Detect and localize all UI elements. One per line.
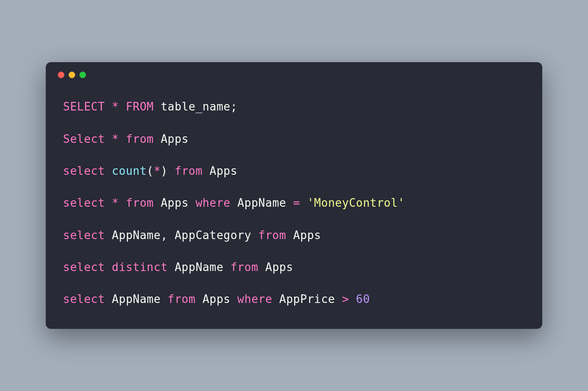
code-token-txt: AppPrice	[272, 293, 342, 306]
code-token-op: *	[154, 164, 161, 177]
code-line: Select * from Apps	[63, 131, 525, 147]
code-token-txt: Apps	[196, 293, 237, 306]
code-token-txt: Apps	[202, 164, 237, 177]
code-token-kw: from	[126, 132, 154, 145]
code-token-kw: from	[258, 229, 286, 242]
code-token-txt	[105, 196, 112, 209]
code-token-kw: from	[231, 261, 259, 274]
code-token-txt	[119, 132, 126, 145]
code-token-txt	[119, 196, 126, 209]
code-token-str: 'MoneyControl'	[307, 196, 405, 209]
code-token-op: *	[112, 132, 119, 145]
code-window: SELECT * FROM table_name;Select * from A…	[46, 62, 542, 329]
code-line: SELECT * FROM table_name;	[63, 99, 525, 114]
code-token-kw: where	[196, 196, 231, 209]
code-token-txt: AppName	[168, 261, 230, 274]
code-editor[interactable]: SELECT * FROM table_name;Select * from A…	[46, 78, 542, 329]
code-token-kw: SELECT	[63, 100, 105, 113]
code-token-txt: AppName	[231, 196, 293, 209]
code-token-txt: Apps	[286, 229, 321, 242]
code-token-fn: count	[112, 164, 147, 177]
code-token-kw: select	[63, 261, 105, 274]
code-token-txt	[105, 132, 112, 145]
code-token-txt: AppName	[105, 293, 168, 306]
code-token-op: *	[112, 196, 119, 209]
code-token-op: >	[342, 293, 349, 306]
code-token-kw: select	[63, 196, 105, 209]
code-token-kw: from	[126, 196, 154, 209]
close-button[interactable]	[58, 72, 64, 78]
code-token-op: =	[293, 196, 300, 209]
code-line: select AppName from Apps where AppPrice …	[63, 291, 525, 307]
code-token-kw: Select	[63, 132, 105, 145]
code-token-kw: select	[63, 229, 105, 242]
code-token-kw: from	[168, 293, 196, 306]
code-token-txt	[119, 100, 126, 113]
code-token-txt: )	[161, 164, 174, 177]
code-line: select * from Apps where AppName = 'Mone…	[63, 195, 525, 211]
code-token-kw: distinct	[112, 261, 168, 274]
code-token-kw: from	[174, 164, 202, 177]
code-token-kw: select	[63, 164, 105, 177]
code-token-txt	[105, 164, 112, 177]
code-token-kw: FROM	[126, 100, 154, 113]
code-token-txt: Apps	[154, 132, 189, 145]
code-token-txt	[105, 100, 112, 113]
code-line: select distinct AppName from Apps	[63, 259, 525, 275]
code-token-txt: AppName, AppCategory	[105, 229, 258, 242]
code-token-kw: where	[237, 293, 272, 306]
code-line: select AppName, AppCategory from Apps	[63, 227, 525, 243]
code-token-txt	[300, 196, 307, 209]
code-token-txt: table_name;	[154, 100, 237, 113]
code-token-op: *	[112, 100, 119, 113]
code-token-txt: (	[147, 164, 154, 177]
maximize-button[interactable]	[79, 72, 86, 78]
code-token-kw: select	[63, 293, 105, 306]
minimize-button[interactable]	[69, 72, 75, 78]
code-token-txt: Apps	[154, 196, 196, 209]
window-controls	[46, 62, 542, 78]
code-token-txt: Apps	[258, 261, 293, 274]
code-token-num: 60	[356, 293, 370, 306]
code-token-txt	[349, 293, 356, 306]
code-token-txt	[105, 261, 112, 274]
code-line: select count(*) from Apps	[63, 163, 525, 179]
